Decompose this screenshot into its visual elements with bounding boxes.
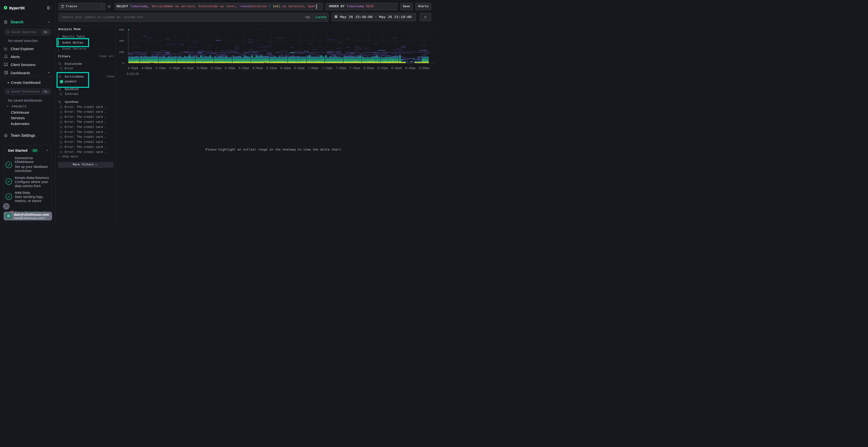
svg-text:5:00pm: 5:00pm	[197, 67, 207, 70]
svg-text:0: 0	[123, 62, 124, 65]
svg-text:4:45pm: 4:45pm	[183, 67, 193, 70]
svg-text:5:15pm: 5:15pm	[211, 67, 221, 70]
svg-text:9:00pm: 9:00pm	[419, 67, 429, 70]
svg-text:8:30pm: 8:30pm	[391, 67, 401, 70]
svg-text:5:45pm: 5:45pm	[239, 67, 249, 70]
svg-text:400: 400	[119, 39, 124, 42]
svg-text:3:45pm: 3:45pm	[128, 67, 138, 70]
svg-text:7:30pm: 7:30pm	[336, 67, 346, 70]
svg-text:8:15pm: 8:15pm	[377, 67, 388, 70]
svg-text:5:30pm: 5:30pm	[225, 67, 235, 70]
svg-text:4:00pm: 4:00pm	[142, 67, 152, 70]
svg-text:6:30pm: 6:30pm	[280, 67, 290, 70]
svg-text:7:00pm: 7:00pm	[308, 67, 318, 70]
svg-text:6:00pm: 6:00pm	[252, 67, 263, 70]
svg-text:600: 600	[119, 28, 124, 31]
svg-text:8:45pm: 8:45pm	[405, 67, 415, 70]
svg-text:5/26/25: 5/26/25	[127, 72, 139, 76]
svg-text:7:15pm: 7:15pm	[322, 67, 332, 70]
svg-text:8:00pm: 8:00pm	[363, 67, 374, 70]
svg-text:4:15pm: 4:15pm	[155, 67, 166, 70]
svg-text:7:45pm: 7:45pm	[350, 67, 360, 70]
svg-text:6:45pm: 6:45pm	[294, 67, 305, 70]
svg-text:200: 200	[119, 50, 124, 54]
svg-text:6:15pm: 6:15pm	[267, 67, 277, 70]
svg-text:4:30pm: 4:30pm	[169, 67, 180, 70]
